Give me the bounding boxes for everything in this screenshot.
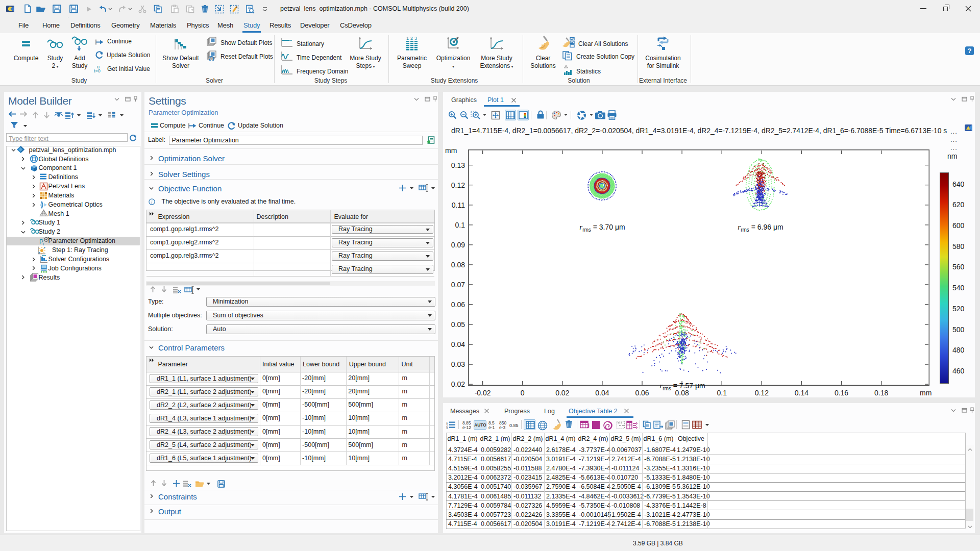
svg-text:1: 1 bbox=[406, 36, 409, 41]
svg-text:0.85: 0.85 bbox=[509, 423, 519, 428]
svg-text:e-3: e-3 bbox=[499, 425, 506, 430]
svg-text:3: 3 bbox=[414, 36, 417, 41]
svg-text:i: i bbox=[151, 199, 153, 204]
svg-text:e-1: e-1 bbox=[488, 425, 495, 430]
svg-text:t=0: t=0 bbox=[94, 68, 101, 73]
svg-text:e-12: e-12 bbox=[462, 425, 471, 430]
svg-text:2: 2 bbox=[410, 36, 413, 41]
svg-text:i: i bbox=[43, 241, 44, 245]
svg-text:3: 3 bbox=[446, 427, 448, 430]
